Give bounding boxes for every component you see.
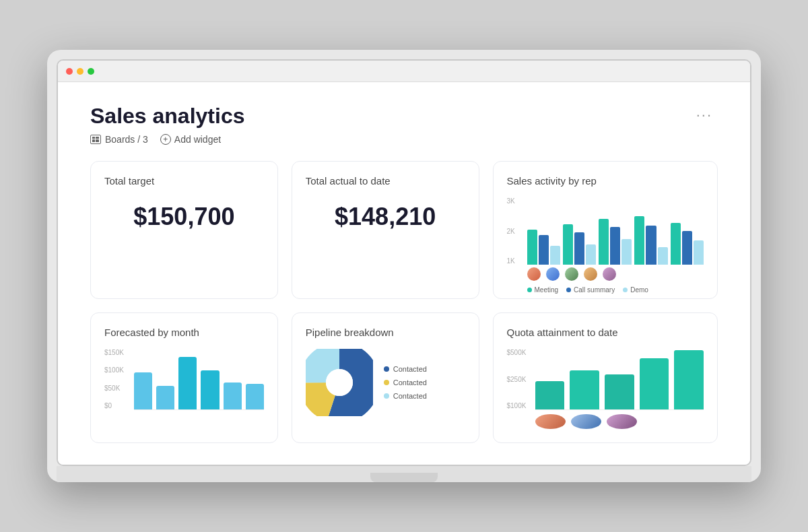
laptop-notch (370, 473, 438, 482)
pipeline-widget: Pipeline breakdown (292, 312, 479, 443)
pie-legend-2: Contacted (384, 378, 427, 387)
total-target-value: $150,700 (104, 203, 264, 231)
svg-rect-1 (96, 137, 99, 139)
rep-avatar-row (507, 267, 704, 281)
bar-demo-2 (586, 244, 596, 265)
forecast-bar-2 (156, 386, 174, 409)
pie-dot-2 (384, 380, 389, 385)
pipeline-title: Pipeline breakdown (306, 327, 465, 338)
pie-dot-1 (384, 366, 389, 372)
forecasted-y-axis: $0 $50K $100K $150K (104, 349, 124, 409)
quota-bar-3 (605, 374, 634, 409)
total-actual-widget: Total actual to date $148,210 (292, 161, 479, 299)
forecast-bar-5 (224, 383, 242, 409)
svg-rect-0 (92, 137, 95, 139)
legend-demo-label: Demo (630, 286, 648, 294)
forecasted-widget: Forecasted by month $0 $50K $100K $150K (90, 312, 278, 443)
bar-demo-5 (694, 240, 704, 265)
pie-label-3: Contacted (393, 392, 427, 400)
bar-call-3 (610, 227, 620, 265)
bar-call-1 (539, 235, 549, 265)
bar-meeting-3 (599, 219, 609, 265)
boards-link[interactable]: Boards / 3 (90, 134, 148, 145)
sales-activity-title: Sales activity by rep (507, 175, 704, 187)
screen-content: Sales analytics ··· Boards / 3 (58, 82, 750, 465)
quota-chart: $100K $250K $500K (507, 349, 704, 429)
sales-activity-legend: Meeting Call summary Demo (507, 286, 704, 294)
bar-call-2 (574, 232, 584, 265)
legend-demo-dot (623, 288, 628, 292)
sales-activity-y-axis: 1K 2K 3K (507, 197, 515, 265)
total-actual-value: $148,210 (306, 203, 465, 231)
sales-activity-bars (507, 197, 704, 265)
page-title: Sales analytics (90, 104, 244, 129)
quota-bars (507, 349, 704, 409)
add-widget-label: Add widget (174, 134, 221, 145)
boards-icon (90, 135, 101, 144)
laptop-frame: Sales analytics ··· Boards / 3 (47, 50, 761, 482)
forecasted-baseline (134, 409, 264, 410)
sub-toolbar: Boards / 3 + Add widget (90, 134, 718, 145)
forecast-bar-4 (201, 370, 219, 409)
quota-avatar-3 (607, 414, 637, 429)
bar-demo-3 (621, 239, 632, 265)
sales-activity-chart: 1K 2K 3K (507, 197, 704, 285)
quota-y-axis: $100K $250K $500K (507, 349, 527, 409)
total-target-title: Total target (104, 175, 264, 187)
quota-avatar-1 (535, 414, 566, 429)
legend-call-label: Call summary (574, 286, 615, 294)
quota-avatar-spacer (642, 414, 704, 429)
legend-meeting-label: Meeting (535, 286, 559, 294)
more-options-button[interactable]: ··· (691, 104, 718, 127)
legend-call-dot (566, 288, 571, 292)
maximize-dot[interactable] (88, 68, 94, 75)
quota-widget: Quota attainment to date $100K $250K $50… (493, 312, 718, 443)
screen: Sales analytics ··· Boards / 3 (57, 59, 751, 466)
forecasted-bars (104, 349, 264, 409)
total-target-widget: Total target $150,700 (90, 161, 278, 299)
add-widget-button[interactable]: + Add widget (160, 134, 221, 145)
sales-activity-widget: Sales activity by rep 1K 2K 3K (493, 161, 718, 299)
close-dot[interactable] (66, 68, 73, 75)
avatar-3 (565, 267, 578, 281)
legend-meeting: Meeting (527, 286, 559, 294)
svg-point-7 (326, 369, 353, 396)
quota-bar-4 (640, 358, 669, 409)
quota-baseline (535, 409, 704, 410)
quota-title: Quota attainment to date (507, 327, 704, 338)
avatar-5 (603, 267, 616, 281)
quota-bar-1 (535, 381, 565, 409)
widgets-grid: Total target $150,700 Total actual to da… (90, 161, 718, 443)
bar-group-2 (563, 224, 596, 265)
bar-group-5 (671, 223, 704, 265)
laptop-base (57, 466, 751, 482)
forecast-bar-6 (246, 384, 264, 409)
titlebar (58, 61, 750, 82)
legend-demo: Demo (623, 286, 648, 294)
forecasted-chart: $0 $50K $100K $150K (104, 349, 264, 410)
pipeline-pie-chart (306, 349, 373, 416)
avatar-1 (527, 267, 541, 281)
total-actual-title: Total actual to date (306, 175, 465, 187)
pipeline-container: Contacted Contacted Contacted (306, 349, 465, 416)
legend-call: Call summary (566, 286, 615, 294)
bar-meeting-5 (671, 223, 681, 265)
legend-meeting-dot (527, 288, 532, 292)
svg-rect-3 (96, 139, 99, 142)
forecasted-title: Forecasted by month (104, 327, 264, 338)
boards-label: Boards / 3 (105, 134, 148, 145)
pie-legend-1: Contacted (384, 365, 427, 373)
minimize-dot[interactable] (77, 68, 83, 75)
quota-avatar-2 (571, 414, 601, 429)
avatar-2 (546, 267, 560, 281)
pie-legend-3: Contacted (384, 392, 427, 400)
forecast-bar-3 (178, 357, 197, 409)
bar-call-5 (682, 231, 692, 265)
plus-circle-icon: + (160, 134, 171, 145)
bar-demo-1 (550, 246, 560, 265)
bar-demo-4 (658, 247, 668, 265)
svg-rect-2 (92, 139, 95, 142)
bar-group-1 (527, 230, 560, 265)
quota-bar-2 (570, 370, 599, 409)
bar-meeting-1 (527, 230, 537, 265)
